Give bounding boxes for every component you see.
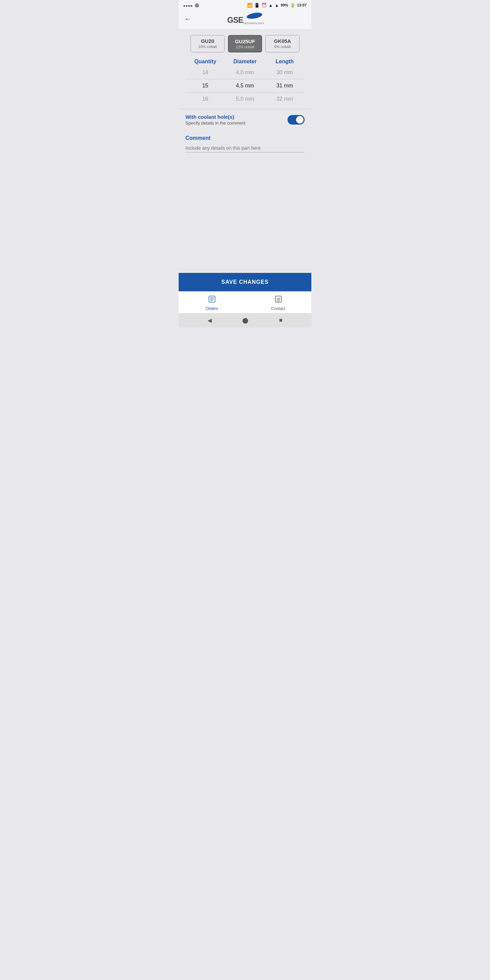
toggle-slider [288, 115, 305, 124]
picker-row-2[interactable]: 16 5,0 mm 32 mm [185, 92, 305, 105]
contact-label: Contact [271, 306, 285, 311]
back-button[interactable]: ← [184, 14, 192, 24]
clock-time: 13:07 [297, 3, 307, 7]
col-header-diameter: Diameter [225, 59, 265, 65]
picker-dia-2: 5,0 mm [225, 96, 265, 102]
nav-item-contact[interactable]: @ Contact [245, 292, 311, 313]
grade-tab-gu25uf-name: GU25UF [234, 38, 256, 44]
picker-section: 14 4,0 mm 30 mm 15 4,5 mm 31 mm 16 5,0 m… [179, 66, 311, 109]
picker-qty-2: 16 [185, 96, 225, 102]
picker-len-1: 31 mm [265, 83, 305, 89]
battery-level: 99% [281, 3, 288, 7]
signal-icon: ▲ [275, 3, 279, 8]
col-header-quantity: Quantity [185, 59, 225, 65]
coolant-section: With coolant hole(s) Specify details in … [179, 109, 311, 130]
picker-len-0: 30 mm [265, 69, 305, 76]
battery-icon: 🔋 [290, 3, 295, 8]
grade-tab-gu20[interactable]: GU20 10% cobalt [191, 35, 224, 52]
svg-text:@: @ [276, 297, 280, 302]
save-changes-label: SAVE CHANGES [221, 279, 269, 285]
android-recents-btn[interactable]: ■ [279, 317, 282, 323]
status-bar: ⬤ 📶 📳 ⏰ ▲ ▲ 99% 🔋 13:07 [179, 0, 311, 10]
grade-tab-gk05a[interactable]: GK05A 6% cobalt [266, 35, 299, 52]
column-headers: Quantity Diameter Length [179, 56, 311, 66]
save-changes-button[interactable]: SAVE CHANGES [179, 273, 311, 291]
comment-input[interactable] [185, 144, 305, 153]
status-right: 📶 📳 ⏰ ▲ ▲ 99% 🔋 13:07 [247, 3, 307, 8]
picker-qty-1: 15 [185, 83, 225, 89]
logo: GSE TECHNOLOGY [225, 12, 265, 26]
wifi-icon: ▲ [269, 3, 273, 8]
coolant-subtitle: Specify details in the comment [185, 121, 245, 126]
grade-tab-gk05a-name: GK05A [270, 38, 294, 44]
vibrate-icon: 📳 [254, 3, 259, 8]
svg-text:GSE: GSE [227, 16, 243, 24]
android-home-btn[interactable]: ⬤ [242, 317, 248, 324]
bottom-nav: Orders @ Contact [179, 291, 311, 313]
picker-len-2: 32 mm [265, 96, 305, 102]
picker-dia-1: 4,5 mm [225, 83, 265, 89]
picker-row-0[interactable]: 14 4,0 mm 30 mm [185, 66, 305, 79]
coolant-toggle[interactable] [288, 115, 305, 124]
picker-qty-0: 14 [185, 69, 225, 76]
grade-tab-gu20-sub: 10% cobalt [196, 45, 220, 49]
bluetooth-icon: 📶 [247, 3, 253, 8]
col-header-length: Length [265, 59, 305, 65]
nav-item-orders[interactable]: Orders [179, 292, 245, 313]
orders-icon [208, 295, 216, 305]
gse-logo: GSE TECHNOLOGY [225, 12, 265, 26]
coolant-text: With coolant hole(s) Specify details in … [185, 114, 245, 126]
picker-row-1[interactable]: 15 4,5 mm 31 mm [185, 79, 305, 92]
grade-tab-gu25uf-sub: 12% cobalt [234, 45, 256, 49]
status-left: ⬤ [183, 2, 199, 8]
contact-icon: @ [274, 295, 282, 305]
svg-point-0 [246, 12, 263, 20]
svg-text:TECHNOLOGY: TECHNOLOGY [243, 22, 264, 25]
empty-space [179, 157, 311, 273]
app-header: ← GSE TECHNOLOGY [179, 10, 311, 30]
cloud-icon: ⬤ [195, 3, 199, 8]
main-content: GU20 10% cobalt GU25UF 12% cobalt GK05A … [179, 30, 311, 273]
comment-section: Comment [179, 130, 311, 157]
orders-label: Orders [205, 306, 218, 311]
coolant-title: With coolant hole(s) [185, 114, 245, 120]
picker-dia-0: 4,0 mm [225, 69, 265, 76]
android-nav: ◀ ⬤ ■ [179, 313, 311, 327]
signal-dots [183, 2, 193, 8]
grade-tab-gu20-name: GU20 [196, 38, 220, 44]
grade-tab-gk05a-sub: 6% cobalt [270, 45, 294, 49]
android-back-btn[interactable]: ◀ [208, 317, 212, 324]
comment-label: Comment [185, 135, 305, 141]
alarm-icon: ⏰ [261, 3, 267, 8]
grade-tabs: GU20 10% cobalt GU25UF 12% cobalt GK05A … [179, 30, 311, 56]
grade-tab-gu25uf[interactable]: GU25UF 12% cobalt [228, 35, 262, 52]
